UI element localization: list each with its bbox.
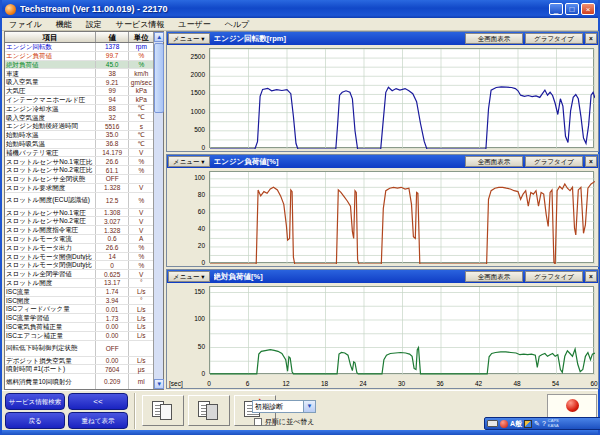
ime-orb-icon[interactable] (500, 420, 508, 428)
menu-item[interactable]: サービス情報 (109, 18, 172, 30)
scroll-up-icon[interactable]: ▲ (154, 32, 164, 42)
table-row[interactable]: ISC電気負荷補正量0.00L/s (5, 323, 153, 332)
record-ball-icon[interactable] (566, 399, 579, 412)
maximize-button[interactable]: □ (565, 3, 579, 15)
table-row[interactable]: ISC流量1.74L/s (5, 288, 153, 297)
row-unit: km/h (129, 69, 153, 77)
row-item-label: デポジット損失空気量 (5, 357, 96, 365)
table-row[interactable]: エンジン回転数1378rpm (5, 43, 153, 52)
menu-item[interactable]: 設定 (79, 18, 109, 30)
table-row[interactable]: スロットルセンサ全閉状態OFF (5, 175, 153, 184)
table-row[interactable]: スロットルモータ開側Duty比14% (5, 253, 153, 262)
menu-item[interactable]: ユーザー (171, 18, 217, 30)
keyboard-icon[interactable] (487, 420, 498, 427)
chart-menu-button[interactable]: メニュー ▾ (168, 33, 210, 44)
row-item-label: スロットル開度指令電圧 (5, 226, 96, 234)
menu-item[interactable]: 機能 (49, 18, 79, 30)
table-row[interactable]: スロットルモータ出力26.6% (5, 244, 153, 253)
table-row[interactable]: 吸入空気量9.21gm/sec (5, 78, 153, 87)
menu-item[interactable]: ファイル (2, 18, 49, 30)
table-row[interactable]: スロットル開度指令電圧1.328V (5, 226, 153, 235)
table-row[interactable]: 噴射時間 #1(ポート)7604μs (5, 365, 153, 374)
table-row[interactable]: 燃料消費量10回噴射分0.209ml (5, 374, 153, 389)
table-row[interactable]: デポジット損失空気量0.00L/s (5, 357, 153, 366)
chart-close-button[interactable]: × (585, 33, 597, 44)
graph-type-button[interactable]: グラフタイプ (525, 271, 583, 282)
table-row[interactable]: スロットルモータ閉側Duty比0% (5, 261, 153, 270)
table-row[interactable]: スロットル開度(ECU認識値)12.5% (5, 193, 153, 209)
table-row[interactable]: スロットル全閉学習値0.625V (5, 270, 153, 279)
fullscreen-button[interactable]: 全画面表示 (465, 156, 523, 167)
row-unit: μs (129, 365, 153, 373)
row-unit: kPa (129, 96, 153, 104)
checkbox-box[interactable] (254, 418, 262, 426)
table-row[interactable]: 車速38km/h (5, 69, 153, 78)
scroll-down-icon[interactable]: ▼ (154, 379, 164, 389)
chart-close-button[interactable]: × (585, 271, 597, 282)
table-row[interactable]: 始動時吸気温36.8℃ (5, 140, 153, 149)
row-value: 88 (96, 105, 130, 113)
row-value: 38 (96, 69, 130, 77)
chart-plot-area: 05001000150020002500 (167, 45, 598, 151)
x-axis-tick: 18 (321, 380, 328, 387)
checkbox-label: 昇順に並べ替え (265, 417, 315, 427)
table-row[interactable]: エンジン始動後経過時間5516s (5, 122, 153, 131)
diagnosis-mode-dropdown[interactable]: 初期診断 ▼ (252, 400, 316, 413)
close-button[interactable]: × (581, 3, 595, 15)
snapshot-record-button[interactable] (188, 395, 230, 426)
overlay-display-button[interactable]: 重ねて表示 (68, 412, 128, 429)
ime-pen-icon[interactable]: ✎ (534, 418, 540, 429)
table-row[interactable]: スロットルセンサNo.2電圧比61.1% (5, 166, 153, 175)
table-row[interactable]: エンジン負荷値99.7% (5, 52, 153, 61)
ime-tools-icon[interactable] (524, 420, 532, 428)
row-value: 5516 (96, 122, 130, 130)
chevron-down-icon[interactable]: ▼ (303, 401, 315, 412)
table-row[interactable]: スロットル開度13.17° (5, 279, 153, 288)
table-row[interactable]: スロットルセンサNo.2電圧3.027V (5, 217, 153, 226)
table-row[interactable]: インテークマニホールド圧94kPa (5, 96, 153, 105)
table-row[interactable]: エンジン冷却水温88℃ (5, 105, 153, 114)
table-row[interactable]: ISCエアコン補正量0.00L/s (5, 332, 153, 341)
chart-menu-button[interactable]: メニュー ▾ (168, 156, 210, 167)
table-row[interactable]: スロットルセンサNo.1電圧比26.6% (5, 157, 153, 166)
table-row[interactable]: スロットルモータ電流0.6A (5, 235, 153, 244)
table-row[interactable]: 始動時水温35.0℃ (5, 131, 153, 140)
minimize-button[interactable]: _ (549, 3, 563, 15)
row-item-label: スロットルモータ開側Duty比 (5, 253, 96, 261)
graph-type-button[interactable]: グラフタイプ (525, 156, 583, 167)
table-row[interactable]: ISCフィードバック量0.01L/s (5, 305, 153, 314)
table-row[interactable]: 回転低下時制御判定状態OFF (5, 341, 153, 357)
chart-menu-button[interactable]: メニュー ▾ (168, 271, 210, 282)
sort-ascending-checkbox[interactable]: 昇順に並べ替え (254, 417, 315, 427)
taskbar-strip (2, 430, 598, 435)
y-axis-tick: 2000 (169, 71, 205, 78)
data-list-view-button[interactable] (142, 395, 184, 426)
menu-item[interactable]: ヘルプ (218, 18, 257, 30)
row-item-label: スロットルモータ電流 (5, 235, 96, 243)
table-row[interactable]: スロットルセンサNo.1電圧1.308V (5, 209, 153, 218)
table-row[interactable]: 大気圧99kPa (5, 87, 153, 96)
graph-type-button[interactable]: グラフタイプ (525, 33, 583, 44)
row-value: 61.1 (96, 166, 130, 174)
ime-mode-button[interactable]: A般 (510, 419, 522, 429)
row-item-label: 補機バッテリ電圧 (5, 149, 96, 157)
table-row[interactable]: スロットル要求開度1.328V (5, 184, 153, 193)
table-row[interactable]: ISC流量学習値1.73L/s (5, 314, 153, 323)
ime-caps-kana[interactable]: CAPSKANA (548, 419, 559, 428)
chart-close-button[interactable]: × (585, 156, 597, 167)
row-item-label: ISC流量 (5, 288, 96, 296)
scrollbar-thumb[interactable] (154, 43, 164, 113)
ime-help-icon[interactable]: ? (542, 418, 546, 429)
collapse-button[interactable]: << (68, 393, 128, 410)
table-row[interactable]: ISC開度3.94° (5, 297, 153, 306)
table-row[interactable]: 絶対負荷値45.0% (5, 61, 153, 70)
table-row[interactable]: 吸入空気温度32℃ (5, 113, 153, 122)
row-item-label: エンジン冷却水温 (5, 105, 96, 113)
fullscreen-button[interactable]: 全画面表示 (465, 33, 523, 44)
row-unit (129, 175, 153, 183)
table-scrollbar[interactable]: ▲ ▼ (153, 32, 163, 389)
back-button[interactable]: 戻る (5, 412, 65, 429)
service-info-search-button[interactable]: サービス情報検索 (5, 393, 65, 410)
fullscreen-button[interactable]: 全画面表示 (465, 271, 523, 282)
table-row[interactable]: 補機バッテリ電圧14.179V (5, 149, 153, 158)
